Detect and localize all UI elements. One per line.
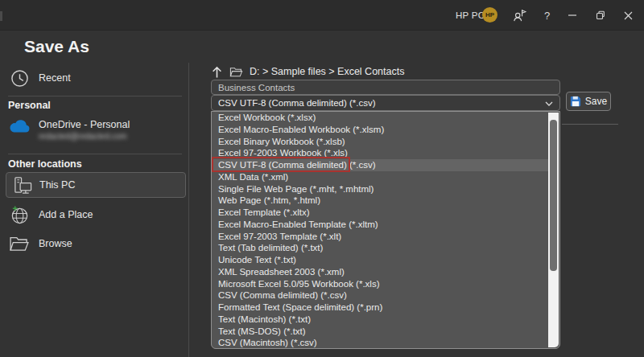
format-option-xls-97-2003[interactable]: Excel 97-2003 Workbook (*.xls) <box>212 147 548 159</box>
sidebar-item-label: Browse <box>39 238 72 249</box>
sidebar-item-label: Add a Place <box>39 209 93 220</box>
folder-icon <box>229 67 243 77</box>
sidebar-item-recent[interactable]: Recent <box>0 66 187 90</box>
this-pc-icon <box>6 175 39 195</box>
sidebar-divider <box>188 63 189 357</box>
browse-folder-icon <box>0 236 39 252</box>
file-type-selected-value: CSV UTF-8 (Comma delimited) (*.csv) <box>218 98 376 108</box>
format-option-csv-mac[interactable]: CSV (Macintosh) (*.csv) <box>212 337 548 349</box>
format-option-xml-2003[interactable]: XML Spreadsheet 2003 (*.xml) <box>212 266 548 278</box>
sidebar-item-label: OneDrive - Personal <box>39 119 130 130</box>
clipped-icon-fragment <box>0 11 2 21</box>
chevron-down-icon <box>545 101 553 106</box>
format-option-xlt[interactable]: Excel 97-2003 Template (*.xlt) <box>212 231 548 243</box>
file-type-dropdown-list: Excel Workbook (*.xlsx) Excel Macro-Enab… <box>211 111 560 349</box>
file-type-select[interactable]: CSV UTF-8 (Comma delimited) (*.csv) <box>211 95 560 111</box>
format-option-xltx[interactable]: Excel Template (*.xltx) <box>212 207 548 219</box>
breadcrumb[interactable]: D: > Sample files > Excel Contacts <box>250 66 404 77</box>
minimize-icon[interactable] <box>564 8 580 23</box>
sidebar-item-add-a-place[interactable]: Add a Place <box>0 203 187 227</box>
dropdown-scrollbar-thumb[interactable] <box>550 120 557 271</box>
save-button[interactable]: Save <box>566 92 611 111</box>
format-option-txt-mac[interactable]: Text (Macintosh) (*.txt) <box>212 314 548 326</box>
restore-window-icon[interactable] <box>592 8 608 23</box>
format-option-prn[interactable]: Formatted Text (Space delimited) (*.prn) <box>212 302 548 314</box>
format-option-csv[interactable]: CSV (Comma delimited) (*.csv) <box>212 289 548 302</box>
onedrive-email-redacted: redacted@redacted.com <box>39 132 130 141</box>
save-button-label: Save <box>585 96 607 107</box>
file-type-options: Excel Workbook (*.xlsx) Excel Macro-Enab… <box>212 112 548 349</box>
format-option-xltm[interactable]: Excel Macro-Enabled Template (*.xltm) <box>212 219 548 231</box>
account-avatar[interactable]: HP <box>482 7 497 23</box>
background-divider <box>562 124 618 125</box>
format-option-xml-data[interactable]: XML Data (*.xml) <box>212 171 548 183</box>
format-option-txt-msdos[interactable]: Text (MS-DOS) (*.txt) <box>212 326 548 338</box>
sidebar-item-this-pc[interactable]: This PC <box>6 172 186 198</box>
clock-icon <box>0 69 39 88</box>
format-option-htm[interactable]: Web Page (*.htm, *.html) <box>212 195 548 207</box>
format-option-xlsx[interactable]: Excel Workbook (*.xlsx) <box>212 112 548 124</box>
section-divider <box>8 96 182 96</box>
section-divider <box>8 154 182 154</box>
sidebar-item-browse[interactable]: Browse <box>0 232 187 256</box>
format-option-xlsm[interactable]: Excel Macro-Enabled Workbook (*.xlsm) <box>212 124 548 136</box>
format-option-xlsb[interactable]: Excel Binary Workbook (*.xlsb) <box>212 136 548 148</box>
format-option-mht[interactable]: Single File Web Page (*.mht, *.mhtml) <box>212 183 548 195</box>
sidebar-item-onedrive[interactable]: OneDrive - Personal redacted@redacted.co… <box>0 119 187 148</box>
page-title: Save As <box>24 37 89 56</box>
personal-section-header: Personal <box>8 100 51 111</box>
format-option-csv-utf8[interactable]: CSV UTF-8 (Comma delimited) (*.csv) <box>212 159 548 171</box>
onedrive-cloud-icon <box>0 119 39 133</box>
title-bar: HP PC HP ? <box>0 0 644 31</box>
sidebar-item-label: Recent <box>39 72 71 84</box>
up-directory-icon[interactable] <box>211 65 223 79</box>
format-option-txt-unicode[interactable]: Unicode Text (*.txt) <box>212 254 548 266</box>
sidebar-item-label: This PC <box>39 179 75 191</box>
account-name[interactable]: HP PC <box>456 10 485 20</box>
location-bar: D: > Sample files > Excel Contacts <box>211 64 404 80</box>
dropdown-scrollbar-track[interactable] <box>548 113 559 347</box>
filename-input[interactable] <box>211 80 560 95</box>
format-option-txt-tab[interactable]: Text (Tab delimited) (*.txt) <box>212 242 548 254</box>
other-locations-section-header: Other locations <box>8 158 82 170</box>
help-icon[interactable]: ? <box>539 8 555 23</box>
add-place-globe-icon <box>0 205 39 225</box>
save-icon <box>570 96 581 107</box>
format-option-xls-5-95[interactable]: Microsoft Excel 5.0/95 Workbook (*.xls) <box>212 278 548 290</box>
close-icon[interactable] <box>621 8 636 23</box>
coming-soon-icon[interactable] <box>511 8 526 23</box>
